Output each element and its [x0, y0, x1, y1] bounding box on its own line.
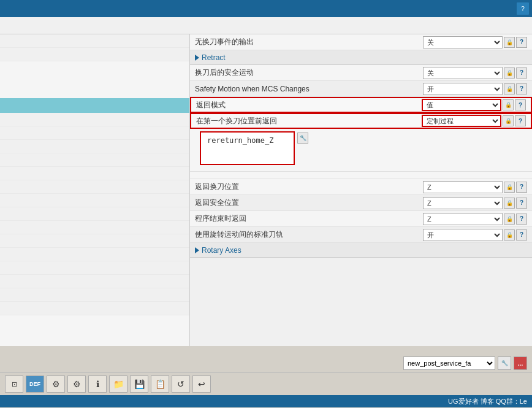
- sidebar-spacer-4: [0, 126, 189, 140]
- sidebar-spacer-6: [0, 153, 189, 167]
- safe-motion-after-controls: 关 🔒 ?: [423, 67, 527, 79]
- use-rotary-lock-icon[interactable]: 🔒: [504, 229, 515, 241]
- end-return-help-icon[interactable]: ?: [516, 214, 527, 225]
- return-before-tool-label: 在第一个换刀位置前返回: [196, 116, 422, 126]
- return-before-tool-row: 在第一个换刀位置前返回 定制过程 🔒 ?: [190, 113, 532, 129]
- return-tool-pos-help-icon[interactable]: ?: [516, 182, 527, 193]
- return-mode-row: 返回模式 值 🔒 ?: [190, 97, 532, 113]
- return-safe-pos-help-icon[interactable]: ?: [516, 198, 527, 209]
- return-safe-pos-label: 返回安全位置: [195, 198, 423, 208]
- no-tool-change-controls: 关 🔒 ?: [423, 36, 527, 48]
- rotary-axes-section-header: Rotary Axes: [190, 243, 532, 258]
- status-bar: UG爱好者 博客 QQ群：Le: [0, 395, 532, 407]
- sidebar-spacer-9: [0, 194, 189, 207]
- return-tool-pos-controls: Z 🔒 ?: [423, 181, 527, 193]
- use-rotary-select[interactable]: 开: [423, 229, 503, 241]
- return-safe-pos-controls: Z 🔒 ?: [423, 197, 527, 209]
- safe-motion-after-label: 换刀后的安全运动: [195, 67, 423, 78]
- status-text: UG爱好者 博客 QQ群：Le: [448, 397, 527, 406]
- use-rotary-controls: 开 🔒 ?: [423, 229, 527, 241]
- toolbar-btn-def[interactable]: DEF: [26, 375, 44, 393]
- sidebar-spacer-8: [0, 180, 189, 194]
- sidebar-spacer-13: [0, 248, 189, 261]
- end-return-label: 程序结束时返回: [195, 214, 423, 224]
- no-tool-change-select[interactable]: 关: [423, 36, 503, 48]
- top-bar-help-button[interactable]: ?: [516, 2, 530, 15]
- no-tool-change-help-icon[interactable]: ?: [516, 37, 527, 48]
- no-tool-change-label: 无换刀事件的输出: [195, 37, 423, 47]
- return-safe-pos-lock-icon[interactable]: 🔒: [504, 198, 515, 209]
- return-mode-help-icon[interactable]: ?: [515, 99, 526, 110]
- end-return-select[interactable]: Z: [423, 213, 503, 225]
- return-mode-lock-icon[interactable]: 🔒: [503, 99, 514, 110]
- toolbar-btn-folder[interactable]: 📁: [109, 375, 127, 393]
- return-mode-controls: 值 🔒 ?: [422, 99, 526, 111]
- return-before-tool-help-icon[interactable]: ?: [515, 115, 526, 126]
- safety-motion-mcs-help-icon[interactable]: ?: [516, 83, 527, 94]
- return-safe-pos-row: 返回安全位置 Z 🔒 ?: [190, 195, 532, 211]
- service-dropdown[interactable]: new_post_service_fa: [403, 356, 495, 370]
- code-text: rereturn_home_Z: [207, 136, 273, 145]
- rotary-axes-triangle-icon: [195, 247, 199, 253]
- toolbar-btn-undo[interactable]: ↩: [192, 375, 211, 393]
- toolbar-btn-0[interactable]: ⊡: [5, 375, 23, 393]
- sidebar-spacer-10: [0, 207, 189, 221]
- sidebar-spacer-3: [0, 113, 189, 126]
- safe-motion-after-help-icon[interactable]: ?: [516, 67, 527, 79]
- spacer-row: [190, 172, 532, 179]
- safe-motion-after-select[interactable]: 关: [423, 67, 503, 79]
- safety-motion-mcs-lock-icon[interactable]: 🔒: [504, 83, 515, 94]
- safety-motion-mcs-controls: 开 🔒 ?: [423, 83, 527, 95]
- retract-section-header: Retract: [190, 50, 532, 65]
- sidebar-spacer-2: [0, 48, 189, 61]
- sidebar-spacer-12: [0, 234, 189, 248]
- end-return-row: 程序结束时返回 Z 🔒 ?: [190, 211, 532, 227]
- main-layout: 无换刀事件的输出 关 🔒 ? Retract 换刀后的安全运动 关 🔒 ?: [0, 34, 532, 346]
- service-help-icon[interactable]: ...: [514, 356, 527, 370]
- return-tool-pos-lock-icon[interactable]: 🔒: [504, 182, 515, 193]
- bottom-toolbar: ⊡ DEF ⚙ ⚙ ℹ 📁 💾 📋 ↺ ↩: [0, 372, 532, 395]
- top-bar: ?: [0, 0, 532, 17]
- safety-motion-mcs-row: Safety Motion when MCS Changes 开 🔒 ?: [190, 81, 532, 97]
- safety-motion-mcs-select[interactable]: 开: [423, 83, 503, 95]
- left-sidebar: [0, 34, 190, 346]
- right-panel: 无换刀事件的输出 关 🔒 ? Retract 换刀后的安全运动 关 🔒 ?: [190, 34, 532, 346]
- sidebar-spacer-5: [0, 140, 189, 153]
- service-row: new_post_service_fa 🔧 ...: [0, 354, 532, 372]
- use-rotary-label: 使用旋转运动间的标准刀轨: [195, 229, 423, 240]
- sidebar-spacer-1: [0, 34, 189, 48]
- return-before-tool-controls: 定制过程 🔒 ?: [422, 115, 526, 127]
- return-tool-pos-row: 返回换刀位置 Z 🔒 ?: [190, 179, 532, 195]
- bottom-area: new_post_service_fa 🔧 ... ⊡ DEF ⚙ ⚙ ℹ 📁 …: [0, 346, 532, 395]
- return-safe-pos-select[interactable]: Z: [423, 197, 503, 209]
- code-wrench-controls: 🔧: [297, 131, 308, 144]
- sidebar-spacer-15: [0, 275, 189, 288]
- no-tool-change-lock-icon[interactable]: 🔒: [504, 37, 515, 48]
- sidebar-spacer-17: [0, 302, 189, 315]
- toolbar-btn-save[interactable]: 💾: [130, 375, 148, 393]
- code-wrench-icon[interactable]: 🔧: [297, 133, 308, 144]
- use-rotary-row: 使用旋转运动间的标准刀轨 开 🔒 ?: [190, 227, 532, 243]
- toolbar-btn-settings[interactable]: ⚙: [47, 375, 65, 393]
- return-tool-pos-select[interactable]: Z: [423, 181, 503, 193]
- return-before-tool-lock-icon[interactable]: 🔒: [503, 115, 514, 126]
- return-mode-label: 返回模式: [196, 100, 422, 110]
- end-return-lock-icon[interactable]: 🔒: [504, 214, 515, 225]
- rotary-axes-header-text: Rotary Axes: [202, 246, 241, 255]
- toolbar-btn-settings2[interactable]: ⚙: [67, 375, 86, 393]
- end-return-controls: Z 🔒 ?: [423, 213, 527, 225]
- sidebar-spacer-16: [0, 288, 189, 302]
- service-wrench-icon[interactable]: 🔧: [498, 356, 511, 370]
- toolbar-btn-rotate[interactable]: ↺: [172, 375, 190, 393]
- code-textarea-row: rereturn_home_Z 🔧: [190, 129, 532, 172]
- toolbar-btn-clipboard[interactable]: 📋: [151, 375, 169, 393]
- return-mode-select[interactable]: 值: [422, 99, 501, 111]
- safe-motion-after-lock-icon[interactable]: 🔒: [504, 67, 515, 79]
- return-before-tool-select[interactable]: 定制过程: [422, 115, 501, 127]
- sidebar-selected-item[interactable]: [0, 98, 189, 113]
- retract-header-text: Retract: [202, 53, 226, 62]
- safety-motion-mcs-label: Safety Motion when MCS Changes: [195, 85, 423, 93]
- sidebar-spacer-11: [0, 221, 189, 234]
- toolbar-btn-info[interactable]: ℹ: [88, 375, 107, 393]
- use-rotary-help-icon[interactable]: ?: [516, 229, 527, 241]
